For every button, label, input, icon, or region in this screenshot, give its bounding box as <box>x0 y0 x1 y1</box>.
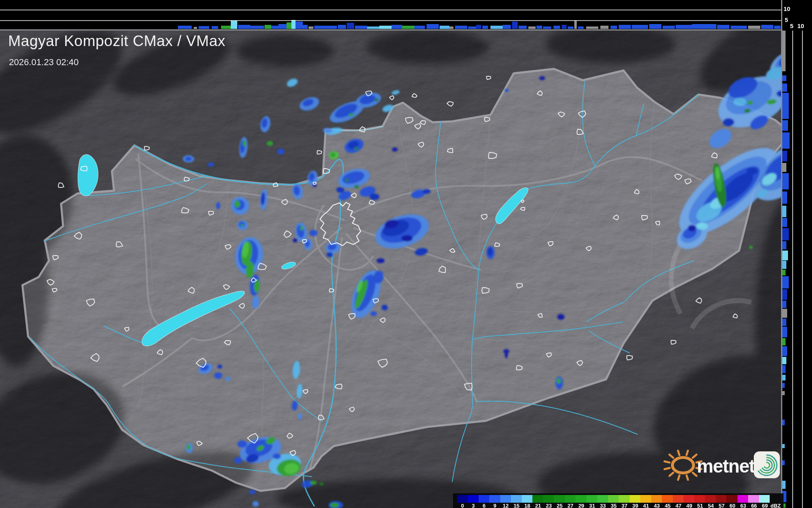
dbz-tick-label: 47 <box>673 503 684 508</box>
profile-pixel <box>774 26 781 29</box>
radar-echo <box>217 365 222 369</box>
profile-pixel <box>295 22 303 29</box>
profile-pixel <box>476 25 481 29</box>
profile-pixel <box>632 25 648 29</box>
radar-echo <box>300 226 303 231</box>
radar-echo <box>392 147 398 152</box>
dbz-tick-label: 25 <box>554 503 565 508</box>
radar-echo <box>370 311 377 316</box>
profile-pixel <box>782 191 787 204</box>
profile-pixel <box>782 31 786 71</box>
radar-echo <box>723 118 734 126</box>
dbz-color-cell <box>576 495 586 503</box>
profile-pixel <box>367 26 379 29</box>
profile-pixel <box>782 420 785 425</box>
dbz-color-cell <box>543 495 554 503</box>
profile-pixel <box>455 26 467 29</box>
top-axis-label-5: 5 <box>785 17 788 23</box>
profile-pixel <box>782 391 785 395</box>
dbz-color-cell <box>565 495 576 503</box>
dbz-color-cell <box>479 495 489 503</box>
profile-pixel <box>782 319 786 326</box>
profile-pixel <box>194 27 197 29</box>
profile-pixel <box>379 26 392 29</box>
dbz-tick-label: 39 <box>630 503 641 508</box>
profile-pixel <box>314 26 326 29</box>
dbz-tick-label: 63 <box>738 503 749 508</box>
dbz-tick-label: 54 <box>705 503 716 508</box>
profile-pixel <box>503 25 511 29</box>
profile-pixel <box>554 26 560 29</box>
radar-echo <box>370 194 379 200</box>
radar-echo <box>688 225 696 231</box>
dbz-tick-label: 33 <box>598 503 608 508</box>
profile-pixel <box>347 23 354 29</box>
dbz-tick-label: 45 <box>662 503 673 508</box>
profile-pixel <box>782 309 787 318</box>
profile-pixel <box>536 26 542 29</box>
radar-echo <box>320 482 324 486</box>
profile-pixel <box>326 26 337 29</box>
dbz-tick-label: 60 <box>727 503 738 508</box>
profile-pixel <box>782 444 785 448</box>
dbz-color-cell <box>738 495 748 503</box>
dbz-color-cell <box>522 495 532 503</box>
profile-pixel <box>440 26 449 29</box>
radar-echo <box>237 440 247 448</box>
profile-pixel <box>586 26 598 29</box>
radar-echo <box>225 377 231 381</box>
profile-pixel <box>782 289 787 300</box>
dbz-tick-label: 15 <box>511 503 522 508</box>
radar-echo <box>374 98 379 101</box>
profile-pixel <box>782 173 789 189</box>
profile-pixel <box>490 26 503 29</box>
dbz-color-cell <box>716 495 727 503</box>
dbz-color-cell <box>597 495 608 503</box>
profile-pixel <box>782 218 787 227</box>
profile-pixel <box>578 26 584 29</box>
profile-pixel <box>782 365 786 373</box>
profile-pixel <box>782 357 786 364</box>
profile-pixel <box>600 26 608 29</box>
radar-echo <box>488 248 492 256</box>
radar-echo <box>557 378 561 384</box>
radar-echo <box>747 101 753 105</box>
profile-pixel <box>748 26 760 29</box>
profile-pixel <box>782 132 790 149</box>
profile-pixel <box>543 26 551 29</box>
dbz-labels: 0369121518212325272931333537394143454749… <box>457 503 781 508</box>
dbz-tick-label: 23 <box>543 503 554 508</box>
dbz-tick-label: 9 <box>490 503 501 508</box>
radar-echo <box>349 113 354 117</box>
profile-pixel <box>782 375 786 380</box>
dbz-tick-label: 35 <box>608 503 619 508</box>
radar-composite-screen: metnet Magyar Kompozit CMax / VMax 2026.… <box>0 0 812 508</box>
profile-pixel <box>761 25 773 29</box>
radar-echo <box>309 230 317 236</box>
dbz-tick-label: 3 <box>468 503 479 508</box>
dbz-color-cell <box>683 495 694 503</box>
radar-echo <box>345 178 349 182</box>
logo-wordmark: metnet <box>697 455 755 477</box>
profile-pixel <box>619 25 631 29</box>
radar-echo <box>330 503 339 508</box>
profile-pixel <box>427 24 439 29</box>
radar-echo <box>354 147 358 150</box>
profile-pixel <box>278 24 287 29</box>
profile-pixel <box>178 26 192 29</box>
radar-echo <box>208 163 214 167</box>
profile-pixel <box>199 26 209 29</box>
dbz-tick-label: 66 <box>749 503 759 508</box>
radar-echo <box>298 413 302 420</box>
right-axis-label-10: 10 <box>797 23 804 29</box>
profile-pixel <box>692 24 716 29</box>
map-timestamp: 2026.01.23 02:40 <box>9 57 79 68</box>
radar-echo <box>376 258 385 263</box>
dbz-tick-label: 51 <box>695 503 706 508</box>
profile-pixel <box>265 25 271 29</box>
profile-pixel <box>449 26 453 29</box>
profile-pixel <box>338 25 346 29</box>
radar-echo <box>186 444 190 450</box>
dbz-color-cell <box>554 495 565 503</box>
radar-echo <box>243 140 246 147</box>
